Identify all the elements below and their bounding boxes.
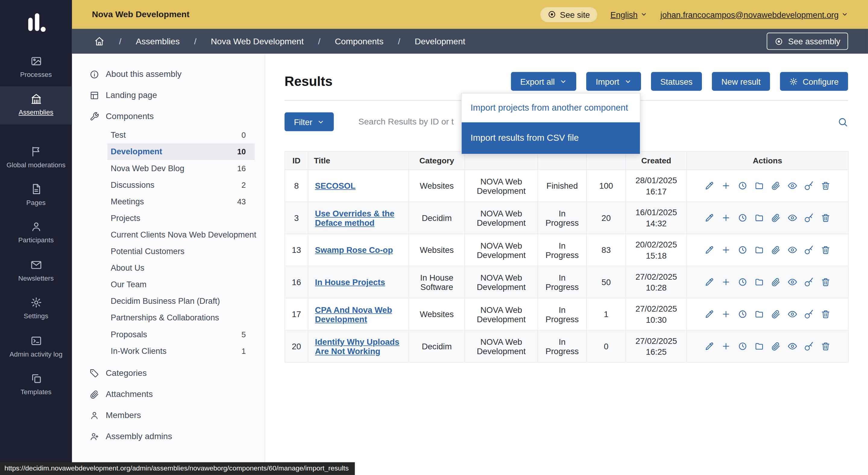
permissions-icon[interactable] bbox=[804, 310, 814, 319]
folder-icon[interactable] bbox=[754, 310, 764, 319]
component-item-in-work-clients[interactable]: In-Work Clients 1 bbox=[72, 343, 265, 359]
permissions-icon[interactable] bbox=[804, 342, 814, 351]
see-site-link[interactable]: See site bbox=[540, 7, 597, 22]
edit-icon[interactable] bbox=[705, 310, 714, 319]
sidebar-item-pages[interactable]: Pages bbox=[0, 177, 72, 215]
add-icon[interactable] bbox=[721, 213, 731, 222]
menu-about-this-assembly[interactable]: About this assembly bbox=[72, 64, 265, 85]
component-item-discussions[interactable]: Discussions 2 bbox=[72, 177, 265, 193]
folder-icon[interactable] bbox=[754, 181, 764, 190]
account-menu[interactable]: johan.francocampos@novawebdevelopment.or… bbox=[660, 10, 848, 19]
component-item-projects[interactable]: Projects bbox=[72, 210, 265, 226]
sidebar-item-settings[interactable]: Settings bbox=[0, 290, 72, 328]
add-icon[interactable] bbox=[721, 245, 731, 255]
attachments-icon[interactable] bbox=[771, 277, 781, 287]
language-selector[interactable]: English bbox=[610, 10, 647, 19]
breadcrumb-item-assemblies[interactable]: Assemblies bbox=[136, 36, 180, 46]
component-item-nova-web-dev-blog[interactable]: Nova Web Dev Blog 16 bbox=[72, 160, 265, 177]
attachments-icon[interactable] bbox=[771, 310, 781, 319]
sidebar-item-global-moderations[interactable]: Global moderations bbox=[0, 139, 72, 177]
menu-attachments[interactable]: Attachments bbox=[72, 384, 265, 405]
history-icon[interactable] bbox=[738, 181, 747, 190]
menu-categories[interactable]: Categories bbox=[72, 362, 265, 384]
sidebar-item-assemblies[interactable]: Assemblies bbox=[0, 87, 72, 124]
add-icon[interactable] bbox=[721, 310, 731, 319]
folder-icon[interactable] bbox=[754, 213, 764, 222]
new-result-button[interactable]: New result bbox=[712, 72, 770, 91]
breadcrumb-item-assembly[interactable]: Nova Web Development bbox=[211, 36, 304, 46]
delete-icon[interactable] bbox=[821, 342, 830, 351]
preview-icon[interactable] bbox=[788, 245, 797, 255]
preview-icon[interactable] bbox=[788, 213, 797, 222]
export-all-button[interactable]: Export all bbox=[511, 72, 577, 91]
component-item-our-team[interactable]: Our Team bbox=[72, 276, 265, 293]
edit-icon[interactable] bbox=[705, 181, 714, 190]
result-title-link[interactable]: Swamp Rose Co-op bbox=[315, 245, 393, 255]
breadcrumb-item-components[interactable]: Components bbox=[335, 36, 383, 46]
component-item-potential-customers[interactable]: Potential Customers bbox=[72, 243, 265, 259]
menu-components[interactable]: Components bbox=[72, 106, 265, 127]
folder-icon[interactable] bbox=[754, 342, 764, 351]
home-icon[interactable] bbox=[94, 36, 104, 46]
component-item-about-us[interactable]: About Us bbox=[72, 259, 265, 276]
import-button[interactable]: Import bbox=[586, 72, 641, 91]
component-item-proposals[interactable]: Proposals 5 bbox=[72, 326, 265, 343]
component-item-current-clients[interactable]: Current Clients Nova Web Development bbox=[72, 226, 265, 243]
attachments-icon[interactable] bbox=[771, 245, 781, 255]
add-icon[interactable] bbox=[721, 277, 731, 287]
edit-icon[interactable] bbox=[705, 277, 714, 287]
history-icon[interactable] bbox=[738, 342, 747, 351]
folder-icon[interactable] bbox=[754, 277, 764, 287]
component-item-partnerships[interactable]: Partnerships & Collaborations bbox=[72, 310, 265, 326]
edit-icon[interactable] bbox=[705, 245, 714, 255]
preview-icon[interactable] bbox=[788, 277, 797, 287]
statuses-button[interactable]: Statuses bbox=[651, 72, 702, 91]
see-assembly-button[interactable]: See assembly bbox=[767, 33, 848, 50]
delete-icon[interactable] bbox=[821, 277, 830, 287]
sidebar-item-participants[interactable]: Participants bbox=[0, 215, 72, 253]
preview-icon[interactable] bbox=[788, 181, 797, 190]
component-item-meetings[interactable]: Meetings 43 bbox=[72, 193, 265, 210]
component-item-development[interactable]: Development 10 bbox=[107, 144, 255, 160]
history-icon[interactable] bbox=[738, 213, 747, 222]
attachments-icon[interactable] bbox=[771, 213, 781, 222]
result-title-link[interactable]: CPA And Nova Web Development bbox=[315, 305, 392, 323]
filter-button[interactable]: Filter bbox=[284, 113, 334, 131]
attachments-icon[interactable] bbox=[771, 342, 781, 351]
permissions-icon[interactable] bbox=[804, 245, 814, 255]
add-icon[interactable] bbox=[721, 342, 731, 351]
menu-members[interactable]: Members bbox=[72, 405, 265, 426]
logo[interactable] bbox=[24, 11, 48, 36]
permissions-icon[interactable] bbox=[804, 277, 814, 287]
sidebar-item-newsletters[interactable]: Newsletters bbox=[0, 252, 72, 290]
menu-assembly-admins[interactable]: Assembly admins bbox=[72, 425, 265, 447]
menu-item-import-projects[interactable]: Import projects from another component bbox=[462, 93, 640, 122]
menu-landing-page[interactable]: Landing page bbox=[72, 85, 265, 106]
result-title-link[interactable]: Use Overrides & the Deface method bbox=[315, 209, 394, 227]
permissions-icon[interactable] bbox=[804, 181, 814, 190]
edit-icon[interactable] bbox=[705, 213, 714, 222]
sidebar-item-processes[interactable]: Processes bbox=[0, 49, 72, 87]
history-icon[interactable] bbox=[738, 310, 747, 319]
folder-icon[interactable] bbox=[754, 245, 764, 255]
sidebar-item-admin-activity-log[interactable]: Admin activity log bbox=[0, 328, 72, 366]
breadcrumb-item-development[interactable]: Development bbox=[415, 36, 465, 46]
preview-icon[interactable] bbox=[788, 310, 797, 319]
attachments-icon[interactable] bbox=[771, 181, 781, 190]
configure-button[interactable]: Configure bbox=[780, 72, 848, 91]
history-icon[interactable] bbox=[738, 277, 747, 287]
preview-icon[interactable] bbox=[788, 342, 797, 351]
delete-icon[interactable] bbox=[821, 181, 830, 190]
history-icon[interactable] bbox=[738, 245, 747, 255]
component-item-decidim-business-plan[interactable]: Decidim Business Plan (Draft) bbox=[72, 293, 265, 310]
permissions-icon[interactable] bbox=[804, 213, 814, 222]
component-item-test[interactable]: Test 0 bbox=[72, 127, 265, 144]
delete-icon[interactable] bbox=[821, 310, 830, 319]
search-icon[interactable] bbox=[838, 117, 848, 127]
menu-item-import-results-csv[interactable]: Import results from CSV file bbox=[462, 123, 640, 154]
result-title-link[interactable]: Identify Why Uploads Are Not Working bbox=[315, 337, 399, 356]
add-icon[interactable] bbox=[721, 181, 731, 190]
result-title-link[interactable]: SECOSOL bbox=[315, 181, 355, 190]
result-title-link[interactable]: In House Projects bbox=[315, 277, 385, 287]
edit-icon[interactable] bbox=[705, 342, 714, 351]
